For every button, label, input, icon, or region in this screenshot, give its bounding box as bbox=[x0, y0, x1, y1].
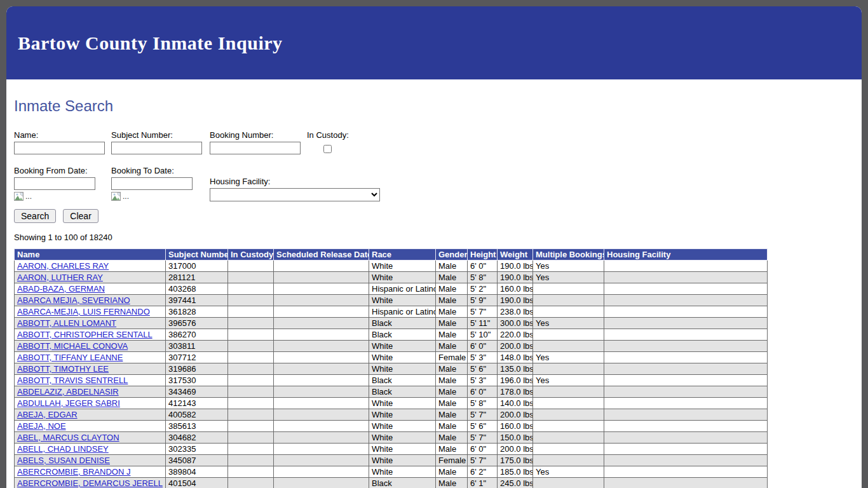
cell-multiple-bookings bbox=[533, 306, 604, 318]
table-row: ABARCA-MEJIA, LUIS FERNANDO 361828 Hispa… bbox=[15, 306, 768, 318]
inmate-name-link[interactable]: ABEJA, NOE bbox=[17, 421, 66, 431]
inmate-name-link[interactable]: AARON, CHARLES RAY bbox=[17, 261, 109, 271]
cell-name: ABBOTT, ALLEN LOMANT bbox=[15, 318, 166, 329]
cell-race: White bbox=[369, 261, 436, 272]
cell-weight: 200.0 lbs bbox=[498, 444, 533, 455]
inmate-name-link[interactable]: ABEJA, EDGAR bbox=[17, 410, 78, 419]
cell-gender: Male bbox=[436, 386, 468, 398]
inmate-name-link[interactable]: ABBOTT, TIFFANY LEANNE bbox=[17, 353, 123, 362]
cell-gender: Male bbox=[436, 306, 468, 318]
cell-gender: Male bbox=[436, 432, 468, 444]
table-row: ABAD-BAZA, GERMAN 403268 Hispanic or Lat… bbox=[15, 283, 768, 295]
cell-name: ABERCROMBIE, BRANDON J bbox=[15, 466, 166, 478]
results-summary: Showing 1 to 100 of 18240 bbox=[14, 233, 854, 242]
cell-in-custody bbox=[228, 352, 274, 363]
cell-subject-number: 389804 bbox=[166, 466, 228, 478]
inmate-name-link[interactable]: ABARCA MEJIA, SEVERIANO bbox=[17, 295, 130, 305]
cell-in-custody bbox=[228, 272, 274, 283]
cell-weight: 245.0 lbs bbox=[498, 478, 533, 488]
cell-subject-number: 304682 bbox=[166, 432, 228, 444]
cell-weight: 200.0 lbs bbox=[498, 341, 533, 352]
cell-height: 6' 0" bbox=[468, 261, 498, 272]
cell-weight: 148.0 lbs bbox=[498, 352, 533, 363]
cell-subject-number: 401504 bbox=[166, 478, 228, 488]
cell-name: ABBOTT, TIFFANY LEANNE bbox=[15, 352, 166, 363]
inmate-name-link[interactable]: ABDULLAH, JEGER SABRI bbox=[17, 398, 120, 408]
table-row: ABELL, CHAD LINDSEY 302335 White Male 6'… bbox=[15, 444, 768, 455]
cell-gender: Male bbox=[436, 272, 468, 283]
inmate-name-link[interactable]: ABBOTT, CHRISTOPHER SENTALL bbox=[17, 330, 153, 339]
inmate-name-link[interactable]: ABAD-BAZA, GERMAN bbox=[17, 284, 105, 294]
cell-race: Hispanic or Latino bbox=[369, 283, 436, 295]
cell-multiple-bookings bbox=[533, 295, 604, 306]
cell-weight: 238.0 lbs bbox=[498, 306, 533, 318]
cell-height: 5' 7" bbox=[468, 455, 498, 466]
cell-name: ABBOTT, CHRISTOPHER SENTALL bbox=[15, 329, 166, 341]
inmate-name-link[interactable]: ABBOTT, MICHAEL CONOVA bbox=[17, 341, 128, 351]
cell-race: Black bbox=[369, 386, 436, 398]
cell-multiple-bookings bbox=[533, 421, 604, 432]
cell-multiple-bookings bbox=[533, 398, 604, 409]
booking-from-input[interactable] bbox=[14, 177, 95, 190]
inmate-name-link[interactable]: ABBOTT, TIMOTHY LEE bbox=[17, 364, 109, 374]
cell-weight: 300.0 lbs bbox=[498, 318, 533, 329]
cell-race: White bbox=[369, 466, 436, 478]
cell-housing-facility bbox=[604, 295, 768, 306]
page-container: Bartow County Inmate Inquiry Inmate Sear… bbox=[6, 6, 862, 488]
inmate-name-link[interactable]: ABELL, CHAD LINDSEY bbox=[17, 444, 109, 454]
name-label: Name: bbox=[14, 130, 111, 140]
cell-race: White bbox=[369, 432, 436, 444]
cell-race: White bbox=[369, 444, 436, 455]
cell-multiple-bookings: Yes bbox=[533, 352, 604, 363]
cell-scheduled-release-date bbox=[274, 409, 369, 421]
inmate-name-link[interactable]: ABELS, SUSAN DENISE bbox=[17, 456, 110, 465]
name-input[interactable] bbox=[14, 142, 105, 154]
inmate-name-link[interactable]: ABEL, MARCUS CLAYTON bbox=[17, 433, 119, 442]
inmate-name-link[interactable]: ABERCROMBIE, BRANDON J bbox=[17, 467, 130, 477]
subject-number-input[interactable] bbox=[111, 142, 202, 154]
cell-multiple-bookings bbox=[533, 283, 604, 295]
inmate-name-link[interactable]: AARON, LUTHER RAY bbox=[17, 273, 103, 282]
inmate-name-link[interactable]: ABDELAZIZ, ABDELNASIR bbox=[17, 387, 119, 396]
cell-race: Black bbox=[369, 375, 436, 386]
booking-to-input[interactable] bbox=[111, 177, 193, 190]
inmate-name-link[interactable]: ABARCA-MEJIA, LUIS FERNANDO bbox=[17, 307, 150, 316]
clear-button[interactable]: Clear bbox=[63, 209, 98, 223]
cell-gender: Male bbox=[436, 341, 468, 352]
cell-gender: Female bbox=[436, 352, 468, 363]
inmate-table: Name Subject Number In Custody Scheduled… bbox=[14, 248, 768, 488]
in-custody-checkbox[interactable] bbox=[323, 145, 332, 153]
col-header-weight: Weight bbox=[498, 249, 533, 261]
cell-height: 5' 3" bbox=[468, 352, 498, 363]
table-row: ABELS, SUSAN DENISE 345087 White Female … bbox=[15, 455, 768, 466]
cell-name: ABAD-BAZA, GERMAN bbox=[15, 283, 166, 295]
cell-scheduled-release-date bbox=[274, 295, 369, 306]
cell-height: 5' 11" bbox=[468, 318, 498, 329]
booking-from-label: Booking From Date: bbox=[14, 166, 111, 175]
booking-number-input[interactable] bbox=[210, 142, 301, 154]
cell-subject-number: 345087 bbox=[166, 455, 228, 466]
inmate-name-link[interactable]: ABBOTT, TRAVIS SENTRELL bbox=[17, 376, 128, 385]
cell-multiple-bookings bbox=[533, 341, 604, 352]
inmate-table-body: AARON, CHARLES RAY 317000 White Male 6' … bbox=[15, 261, 768, 488]
cell-height: 5' 6" bbox=[468, 421, 498, 432]
cell-weight: 200.0 lbs bbox=[498, 409, 533, 421]
cell-multiple-bookings bbox=[533, 409, 604, 421]
cell-gender: Male bbox=[436, 444, 468, 455]
page-banner: Bartow County Inmate Inquiry bbox=[6, 6, 862, 79]
col-header-subject-number: Subject Number bbox=[166, 249, 228, 261]
inmate-name-link[interactable]: ABERCROMBIE, DEMARCUS JERELL bbox=[17, 478, 163, 488]
cell-subject-number: 397441 bbox=[166, 295, 228, 306]
cell-race: Hispanic or Latino bbox=[369, 306, 436, 318]
cell-in-custody bbox=[228, 283, 274, 295]
cell-housing-facility bbox=[604, 409, 768, 421]
inmate-name-link[interactable]: ABBOTT, ALLEN LOMANT bbox=[17, 318, 116, 328]
search-button[interactable]: Search bbox=[14, 209, 56, 223]
cell-race: White bbox=[369, 398, 436, 409]
cell-multiple-bookings: Yes bbox=[533, 272, 604, 283]
table-row: ABBOTT, TRAVIS SENTRELL 317530 Black Mal… bbox=[15, 375, 768, 386]
cell-housing-facility bbox=[604, 272, 768, 283]
cell-housing-facility bbox=[604, 455, 768, 466]
table-row: ABBOTT, TIMOTHY LEE 319686 White Male 5'… bbox=[15, 363, 768, 375]
housing-facility-select[interactable] bbox=[210, 188, 380, 201]
